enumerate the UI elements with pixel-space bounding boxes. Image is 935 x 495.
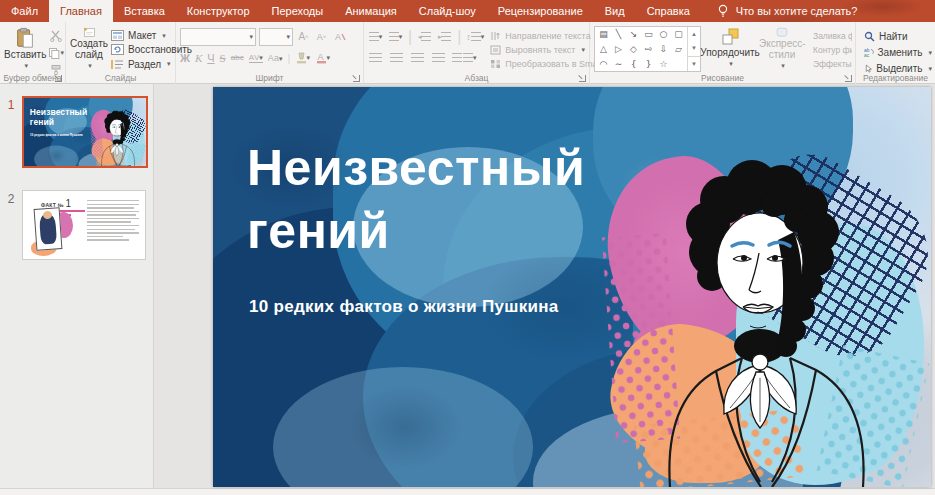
justify-button[interactable]	[431, 50, 446, 65]
section-icon	[111, 59, 124, 70]
font-dialog-launcher-icon[interactable]	[353, 75, 360, 82]
tab-insert[interactable]: Вставка	[113, 0, 176, 22]
character-spacing-button[interactable]: АV	[249, 53, 263, 63]
copy-icon	[48, 47, 60, 59]
shape-option[interactable]: ○	[660, 30, 668, 39]
drawing-dialog-launcher-icon[interactable]	[845, 75, 852, 82]
slide-1-thumbnail-frame[interactable]: Неизвестный гений 10 редких фактов о жиз…	[22, 96, 148, 168]
clipboard-dialog-launcher-icon[interactable]	[55, 75, 62, 82]
font-size-combobox[interactable]	[259, 28, 293, 46]
paragraph-dialog-launcher-icon[interactable]	[579, 75, 586, 82]
columns-button[interactable]	[452, 50, 477, 65]
tell-me-box[interactable]: Что вы хотите сделать?	[717, 0, 858, 22]
replace-button[interactable]: ab ac Заменить	[864, 45, 932, 60]
tab-transitions[interactable]: Переходы	[261, 0, 335, 22]
cut-icon	[50, 30, 62, 42]
slides-group-label: Слайды	[66, 73, 175, 83]
tab-design[interactable]: Конструктор	[176, 0, 261, 22]
copy-button[interactable]	[48, 45, 64, 60]
slide-2-thumbnail-frame[interactable]: ФАКТ № 1	[22, 190, 146, 260]
font-name-combobox[interactable]	[180, 28, 256, 46]
text-direction-label: Направление текста	[505, 31, 590, 41]
shape-option[interactable]: ▭	[644, 30, 653, 39]
shapes-more-icon[interactable]: ▼	[688, 56, 700, 71]
tab-file[interactable]: Файл	[0, 0, 49, 22]
shape-option[interactable]: ▷	[615, 45, 622, 54]
slide-thumbnail-panel: 1	[0, 84, 154, 488]
clear-formatting-button[interactable]: A	[332, 29, 347, 44]
shape-fill-button[interactable]: Заливка фигуры	[809, 29, 852, 42]
highlight-color-button[interactable]	[295, 50, 310, 65]
increase-indent-button[interactable]: ▸	[437, 29, 452, 44]
quick-styles-button[interactable]: Экспресс-стили	[759, 26, 805, 71]
align-left-button[interactable]	[368, 50, 383, 65]
paste-icon	[14, 27, 36, 49]
tab-help[interactable]: Справка	[636, 0, 701, 22]
tab-home[interactable]: Главная	[49, 0, 113, 22]
align-center-button[interactable]	[389, 50, 404, 65]
underline-button[interactable]: Ч	[207, 52, 214, 64]
shapes-scroll-down-icon[interactable]: ▼	[688, 41, 700, 55]
shrink-font-button[interactable]: А˅	[314, 29, 329, 44]
numbering-button[interactable]	[388, 29, 403, 44]
text-direction-icon	[490, 31, 501, 41]
svg-text:ab: ab	[864, 48, 870, 53]
align-right-button[interactable]	[410, 50, 425, 65]
shape-option[interactable]: ⇩	[660, 45, 668, 54]
font-color-button[interactable]: А	[315, 50, 330, 65]
layout-label: Макет	[128, 30, 156, 41]
slide-thumbnail-2[interactable]: 2 ФАКТ № 1	[0, 190, 153, 260]
drawing-group-label: Рисование	[590, 73, 855, 83]
section-label: Раздел	[128, 59, 161, 70]
find-icon	[864, 31, 875, 42]
slide-1-number: 1	[5, 96, 17, 168]
shape-option[interactable]: }	[646, 60, 652, 69]
line-spacing-button[interactable]: ↕	[466, 29, 484, 44]
shape-option[interactable]: ▤	[599, 30, 608, 39]
shape-outline-button[interactable]: Контур фигуры	[809, 43, 852, 56]
find-button[interactable]: Найти	[864, 29, 932, 44]
change-case-button[interactable]: Аа	[268, 53, 283, 63]
shape-option[interactable]: ∼	[615, 60, 623, 69]
grow-font-button[interactable]: А˄	[296, 29, 311, 44]
shape-option[interactable]: ▢	[674, 30, 683, 39]
slide-thumbnail-1[interactable]: 1	[0, 96, 153, 168]
tab-review[interactable]: Рецензирование	[487, 0, 594, 22]
slide-canvas[interactable]: Неизвестный гений 10 редких фактов о жиз…	[213, 87, 931, 487]
tab-animations[interactable]: Анимация	[334, 0, 408, 22]
cut-button[interactable]	[48, 28, 64, 43]
shapes-scroll-up-icon[interactable]: ▲	[688, 27, 700, 41]
shapes-gallery: ▤ ╲ ↘ ▭ ○ ▢ △ ▷ ◇ ⇨ ⇩ ▱ ◠ ∼ { } ☆	[594, 26, 701, 72]
strikethrough-button[interactable]: S	[220, 52, 226, 64]
text-shadow-button[interactable]: abc	[231, 53, 244, 62]
shape-option[interactable]: △	[600, 45, 607, 54]
slide-title-line2[interactable]: гений	[247, 200, 390, 263]
tab-view[interactable]: Вид	[594, 0, 636, 22]
slide-subtitle[interactable]: 10 редких фактов о жизни Пушкина	[249, 297, 559, 317]
shape-option[interactable]: ⇨	[645, 45, 653, 54]
slide-title-line1[interactable]: Неизвестный	[247, 137, 585, 200]
arrange-button[interactable]: Упорядочить	[705, 26, 755, 71]
slide-1-thumbnail-art: Неизвестный гений 10 редких фактов о жиз…	[24, 98, 146, 166]
italic-button[interactable]: К	[195, 52, 202, 64]
shape-option[interactable]: ◇	[630, 45, 637, 54]
quick-styles-icon	[772, 27, 792, 38]
tab-slideshow[interactable]: Слайд-шоу	[408, 0, 487, 22]
arrange-label: Упорядочить	[700, 47, 760, 58]
new-slide-button[interactable]: Создать слайд	[70, 26, 108, 71]
font-color-icon: А	[316, 52, 327, 64]
shape-option[interactable]: ☆	[659, 60, 667, 69]
paste-button[interactable]: Вставить	[4, 26, 46, 77]
shape-option[interactable]: {	[631, 60, 637, 69]
shape-option[interactable]: ╲	[616, 30, 621, 39]
status-bar	[0, 488, 935, 495]
shape-option[interactable]: ▱	[675, 45, 682, 54]
paste-label: Вставить	[4, 49, 46, 60]
shape-option[interactable]: ↘	[630, 30, 638, 39]
shape-option[interactable]: ◠	[600, 60, 608, 69]
bold-button[interactable]: Ж	[180, 52, 190, 64]
bullets-button[interactable]	[368, 29, 383, 44]
shape-effects-button[interactable]: Эффекты фигуры	[809, 58, 852, 71]
shape-effects-label: Эффекты фигуры	[813, 59, 852, 69]
decrease-indent-button[interactable]: ◂	[417, 29, 432, 44]
